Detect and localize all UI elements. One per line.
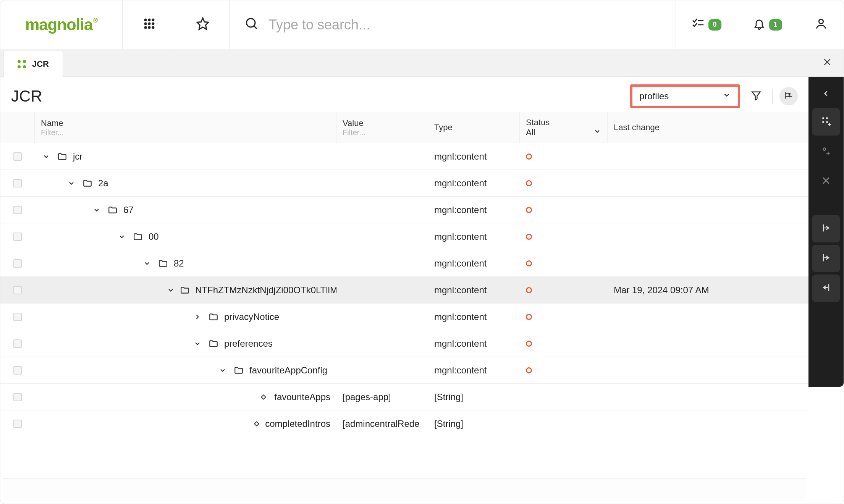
type-cell: mgnl:content	[428, 285, 520, 296]
svg-point-14	[819, 19, 823, 24]
row-checkbox[interactable]	[13, 313, 22, 321]
name-cell: favouriteAppConfig	[35, 365, 336, 376]
logo[interactable]: magnolia®	[0, 0, 123, 49]
workspace-select-value: profiles	[639, 91, 669, 102]
table-row[interactable]: favouriteAppConfigmgnl:content	[0, 357, 808, 384]
col-type[interactable]: Type	[428, 112, 520, 143]
add-node-button[interactable]	[812, 108, 840, 136]
svg-point-25	[826, 117, 828, 119]
expand-toggle[interactable]	[192, 313, 203, 321]
node-name: favouriteApps	[274, 392, 330, 402]
table-row[interactable]: NTFhZTMzNzktNjdjZi00OTk0LTllMDUmgnl:cont…	[0, 277, 808, 304]
table-row[interactable]: jcrmgnl:content	[0, 143, 808, 170]
filter-button[interactable]	[747, 87, 765, 105]
svg-point-30	[823, 148, 826, 150]
export-alt-button[interactable]	[812, 245, 840, 272]
notifications-button[interactable]: 1	[737, 0, 798, 49]
collapse-toggle[interactable]	[217, 367, 228, 374]
type-cell: mgnl:content	[428, 205, 520, 215]
page-title: JCR	[11, 87, 42, 105]
name-cell: 67	[35, 205, 336, 215]
collapse-toggle[interactable]	[192, 340, 203, 347]
folder-icon	[208, 339, 219, 349]
collapse-toggle[interactable]	[167, 286, 175, 294]
table-row[interactable]: 00mgnl:content	[0, 223, 808, 250]
notifications-badge: 1	[769, 19, 782, 31]
svg-point-3	[144, 23, 147, 25]
table-row[interactable]: favouriteApps[pages-app][String]	[0, 384, 808, 410]
row-checkbox[interactable]	[13, 259, 22, 268]
app-launcher-button[interactable]	[123, 0, 176, 49]
node-name: completedIntros	[265, 418, 330, 429]
svg-point-24	[822, 117, 824, 119]
profile-button[interactable]	[798, 0, 844, 49]
search-input[interactable]	[268, 16, 660, 33]
row-checkbox[interactable]	[13, 206, 22, 214]
status-modified-icon	[526, 314, 532, 320]
collapse-toggle[interactable]	[116, 233, 127, 241]
row-checkbox[interactable]	[13, 366, 22, 375]
import-button[interactable]	[812, 275, 840, 302]
row-checkbox[interactable]	[13, 286, 22, 294]
tree-view-button[interactable]	[779, 87, 798, 105]
property-icon	[254, 422, 260, 426]
collapse-toggle[interactable]	[41, 153, 52, 160]
name-cell: NTFhZTMzNzktNjdjZi00OTk0LTllMDU	[35, 285, 336, 296]
table-row[interactable]: 67mgnl:content	[0, 197, 808, 223]
delete-button[interactable]	[812, 168, 840, 195]
col-value[interactable]: Value Filter...	[336, 112, 428, 143]
col-name[interactable]: Name Filter...	[35, 112, 336, 143]
value-cell: [admincentralRede	[336, 418, 428, 429]
chevron-down-icon	[593, 128, 601, 137]
table-row[interactable]: preferencesmgnl:content	[0, 330, 808, 357]
name-cell: completedIntros	[35, 418, 336, 429]
row-checkbox[interactable]	[13, 339, 22, 348]
svg-point-6	[144, 26, 147, 29]
divider	[772, 89, 773, 104]
svg-point-5	[152, 23, 154, 25]
collapse-toggle[interactable]	[142, 260, 152, 267]
select-all-cell[interactable]	[0, 112, 35, 143]
bell-icon	[753, 18, 765, 32]
row-checkbox[interactable]	[13, 393, 22, 401]
export-icon	[821, 223, 831, 235]
table-row[interactable]: 2amgnl:content	[0, 170, 808, 197]
type-cell: mgnl:content	[428, 338, 520, 349]
export-button[interactable]	[812, 215, 840, 242]
workspace-select[interactable]: profiles	[630, 84, 740, 108]
node-name: preferences	[224, 338, 273, 349]
status-cell	[520, 285, 608, 296]
app-icon	[18, 60, 26, 68]
folder-icon	[133, 232, 143, 242]
col-lastchange[interactable]: Last change	[608, 112, 808, 143]
row-checkbox[interactable]	[13, 179, 22, 187]
node-name: 2a	[98, 178, 108, 189]
grid-icon	[143, 17, 156, 32]
row-checkbox[interactable]	[13, 152, 22, 161]
table-row[interactable]: 82mgnl:content	[0, 250, 808, 277]
col-status[interactable]: Status All	[520, 112, 608, 143]
favorites-button[interactable]	[176, 0, 230, 49]
folder-icon	[233, 365, 244, 375]
row-checkbox[interactable]	[13, 233, 22, 241]
status-bar	[3, 478, 806, 501]
svg-point-26	[822, 121, 824, 123]
collapse-toggle[interactable]	[66, 179, 77, 187]
svg-marker-17	[752, 92, 760, 100]
status-modified-icon	[526, 180, 532, 186]
type-cell: mgnl:content	[428, 258, 520, 269]
sidebar-collapse-button[interactable]	[808, 81, 844, 106]
table-row[interactable]: privacyNoticemgnl:content	[0, 304, 808, 330]
export-icon	[821, 252, 831, 265]
collapse-toggle[interactable]	[91, 206, 102, 214]
close-tab-button[interactable]	[822, 57, 832, 69]
table-row[interactable]: completedIntros[admincentralRede[String]	[0, 410, 808, 437]
tab-jcr[interactable]: JCR	[3, 51, 63, 77]
name-cell: 2a	[35, 178, 336, 189]
add-property-button[interactable]	[812, 138, 840, 165]
tasks-button[interactable]: 0	[676, 0, 737, 49]
status-cell	[520, 365, 608, 376]
tree-icon	[784, 90, 794, 102]
row-checkbox[interactable]	[13, 420, 22, 428]
type-cell: mgnl:content	[428, 365, 520, 376]
